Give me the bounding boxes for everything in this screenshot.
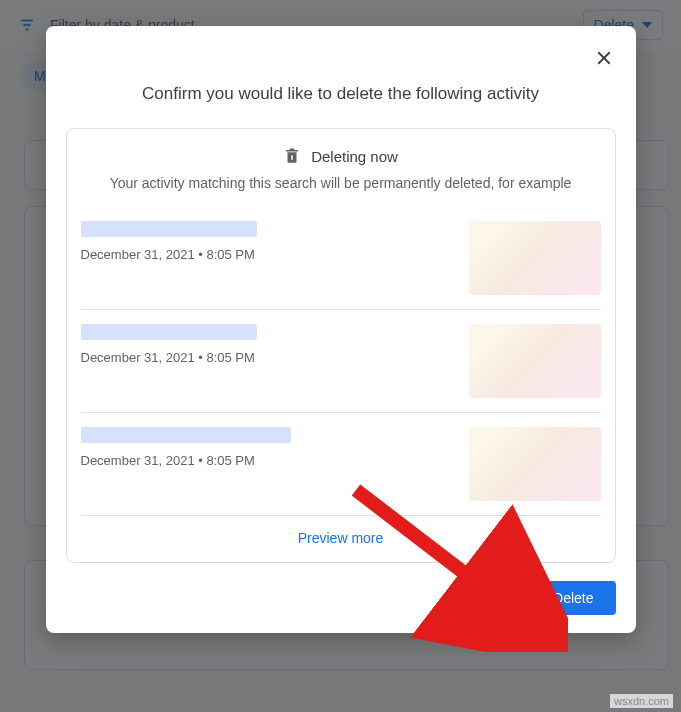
dialog-title: Confirm you would like to delete the fol… <box>86 84 596 104</box>
activity-thumbnail <box>469 221 601 295</box>
trash-icon <box>283 147 301 165</box>
cancel-button[interactable]: Cancel <box>435 581 523 615</box>
close-button[interactable] <box>590 44 618 72</box>
modal-overlay: Confirm you would like to delete the fol… <box>0 0 681 712</box>
activity-preview-panel: Deleting now Your activity matching this… <box>66 128 616 563</box>
watermark: wsxdn.com <box>610 694 673 708</box>
dialog-actions: Cancel Delete <box>66 581 616 615</box>
close-icon <box>595 49 613 67</box>
panel-heading: Deleting now <box>311 148 398 165</box>
confirm-delete-dialog: Confirm you would like to delete the fol… <box>46 26 636 633</box>
activity-timestamp: December 31, 2021 • 8:05 PM <box>81 247 257 262</box>
redacted-title <box>81 427 291 443</box>
activity-timestamp: December 31, 2021 • 8:05 PM <box>81 350 257 365</box>
svg-rect-8 <box>291 155 293 160</box>
activity-item: December 31, 2021 • 8:05 PM <box>81 310 601 413</box>
redacted-title <box>81 221 257 237</box>
preview-more-button[interactable]: Preview more <box>81 516 601 554</box>
svg-rect-7 <box>290 149 295 151</box>
panel-subtext: Your activity matching this search will … <box>81 175 601 191</box>
redacted-title <box>81 324 257 340</box>
activity-item: December 31, 2021 • 8:05 PM <box>81 413 601 516</box>
panel-heading-row: Deleting now <box>81 147 601 165</box>
activity-timestamp: December 31, 2021 • 8:05 PM <box>81 453 291 468</box>
activity-thumbnail <box>469 324 601 398</box>
activity-item: December 31, 2021 • 8:05 PM <box>81 207 601 310</box>
delete-button[interactable]: Delete <box>531 581 615 615</box>
svg-rect-6 <box>286 150 298 152</box>
activity-thumbnail <box>469 427 601 501</box>
